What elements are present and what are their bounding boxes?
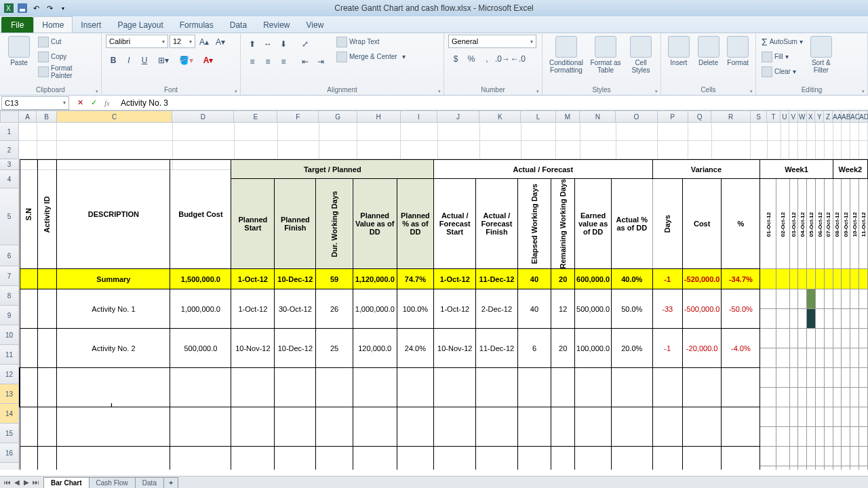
fill-color-button[interactable]: 🪣▾ (175, 53, 197, 68)
bold-button[interactable]: B (106, 53, 121, 68)
dec-indent-button[interactable]: ⇤ (298, 54, 313, 69)
sheet-tab-nav[interactable]: ⏮◀▶⏭ (0, 479, 43, 486)
sheet-tab-new[interactable]: ✦ (163, 477, 178, 488)
confirm-edit-button[interactable]: ✓ (87, 97, 100, 109)
row-header-16[interactable]: 16 (0, 443, 19, 463)
sheet-tab-data[interactable]: Data (135, 477, 164, 488)
col-header-U[interactable]: U (781, 110, 789, 123)
save-icon[interactable] (16, 2, 28, 14)
inc-decimal-button[interactable]: .0→ (495, 52, 510, 66)
tab-insert[interactable]: Insert (73, 17, 109, 33)
row-header-13[interactable]: 13 (0, 384, 19, 404)
border-button[interactable]: ⊞▾ (153, 53, 174, 68)
row-header-7[interactable]: 7 (0, 266, 19, 286)
delete-cells-button[interactable]: Delete (695, 35, 722, 66)
cancel-edit-button[interactable]: ✕ (73, 97, 87, 109)
qat-dropdown-icon[interactable]: ▾ (57, 2, 69, 14)
row-header-5[interactable]: 5 (0, 188, 19, 245)
row-header-11[interactable]: 11 (0, 345, 19, 365)
autosum-button[interactable]: ΣAutoSum▾ (760, 35, 804, 49)
grow-font-button[interactable]: A▴ (197, 35, 212, 49)
col-header-V[interactable]: V (789, 110, 798, 123)
font-size-select[interactable]: 12▾ (170, 35, 195, 48)
underline-button[interactable]: U (137, 53, 152, 68)
col-header-A[interactable]: A (19, 110, 37, 123)
col-header-M[interactable]: M (556, 110, 580, 123)
sort-filter-button[interactable]: Sort & Filter (807, 35, 835, 74)
tab-formulas[interactable]: Formulas (172, 17, 222, 33)
orientation-button[interactable]: ⤢ (298, 37, 313, 52)
col-header-H[interactable]: H (357, 110, 401, 123)
col-header-L[interactable]: L (521, 110, 555, 123)
comma-button[interactable]: , (479, 52, 494, 66)
col-header-AD[interactable]: AD (859, 110, 868, 123)
merge-center-button[interactable]: Merge & Center▾ (335, 49, 407, 64)
row-header-9[interactable]: 9 (0, 306, 19, 325)
col-header-E[interactable]: E (234, 110, 277, 123)
col-header-K[interactable]: K (479, 110, 521, 123)
copy-button[interactable]: Copy (37, 49, 97, 64)
cut-button[interactable]: Cut (37, 35, 97, 49)
tab-page-layout[interactable]: Page Layout (109, 17, 171, 33)
col-header-R[interactable]: R (711, 110, 750, 123)
format-cells-button[interactable]: Format (724, 35, 751, 66)
file-tab[interactable]: File (1, 17, 33, 33)
cell-styles-button[interactable]: Cell Styles (625, 35, 656, 74)
tab-home[interactable]: Home (33, 16, 73, 33)
col-header-N[interactable]: N (580, 110, 616, 123)
redo-icon[interactable]: ↷ (43, 2, 56, 14)
col-header-J[interactable]: J (437, 110, 479, 123)
italic-button[interactable]: I (121, 53, 136, 68)
tab-review[interactable]: Review (255, 17, 298, 33)
col-header-AB[interactable]: AB (842, 110, 850, 123)
wrap-text-button[interactable]: Wrap Text (335, 35, 407, 49)
col-header-Y[interactable]: Y (815, 110, 824, 123)
align-bottom-button[interactable]: ⬇ (276, 37, 291, 52)
tab-view[interactable]: View (298, 17, 332, 33)
spreadsheet-grid[interactable]: ABCDEFGHIJKLMNOPQRSTUVWXYZAAABACAD 12345… (0, 110, 868, 470)
clear-button[interactable]: Clear▾ (760, 64, 804, 79)
col-header-S[interactable]: S (751, 110, 768, 123)
fill-button[interactable]: Fill▾ (760, 49, 804, 64)
row-header-4[interactable]: 4 (0, 170, 19, 188)
col-header-W[interactable]: W (798, 110, 807, 123)
row-header-15[interactable]: 15 (0, 424, 19, 443)
col-header-AC[interactable]: AC (850, 110, 859, 123)
shrink-font-button[interactable]: A▾ (213, 35, 228, 49)
row-header-12[interactable]: 12 (0, 365, 19, 384)
formula-input[interactable] (117, 97, 868, 109)
insert-function-button[interactable]: fx (100, 97, 114, 109)
excel-icon[interactable]: X (3, 2, 15, 14)
number-format-select[interactable]: General▾ (448, 35, 536, 48)
conditional-formatting-button[interactable]: Conditional Formatting (547, 35, 586, 74)
row-header-6[interactable]: 6 (0, 245, 19, 266)
name-box[interactable]: C13▾ (1, 96, 69, 110)
col-header-G[interactable]: G (319, 110, 357, 123)
row-header-14[interactable]: 14 (0, 404, 19, 424)
row-header-10[interactable]: 10 (0, 325, 19, 345)
col-header-T[interactable]: T (767, 110, 781, 123)
undo-icon[interactable]: ↶ (30, 2, 42, 14)
row-header-3[interactable]: 3 (0, 159, 19, 170)
dec-decimal-button[interactable]: ←.0 (511, 52, 526, 66)
align-left-button[interactable]: ≡ (245, 54, 260, 69)
col-header-Z[interactable]: Z (824, 110, 833, 123)
tab-data[interactable]: Data (222, 17, 255, 33)
font-name-select[interactable]: Calibri▾ (106, 35, 168, 48)
col-header-O[interactable]: O (616, 110, 657, 123)
col-header-C[interactable]: C (57, 110, 173, 123)
row-header-2[interactable]: 2 (0, 141, 19, 159)
col-header-X[interactable]: X (807, 110, 816, 123)
col-header-P[interactable]: P (658, 110, 688, 123)
col-header-B[interactable]: B (37, 110, 57, 123)
row-header-17[interactable]: 17 (0, 463, 19, 470)
format-as-table-button[interactable]: Format as Table (589, 35, 623, 74)
align-center-button[interactable]: ≡ (260, 54, 275, 69)
row-header-1[interactable]: 1 (0, 123, 19, 141)
align-right-button[interactable]: ≡ (276, 54, 291, 69)
insert-cells-button[interactable]: Insert (665, 35, 692, 66)
col-header-D[interactable]: D (172, 110, 234, 123)
font-color-button[interactable]: A▾ (197, 53, 219, 68)
paste-button[interactable]: Paste (4, 35, 34, 66)
col-header-Q[interactable]: Q (688, 110, 712, 123)
